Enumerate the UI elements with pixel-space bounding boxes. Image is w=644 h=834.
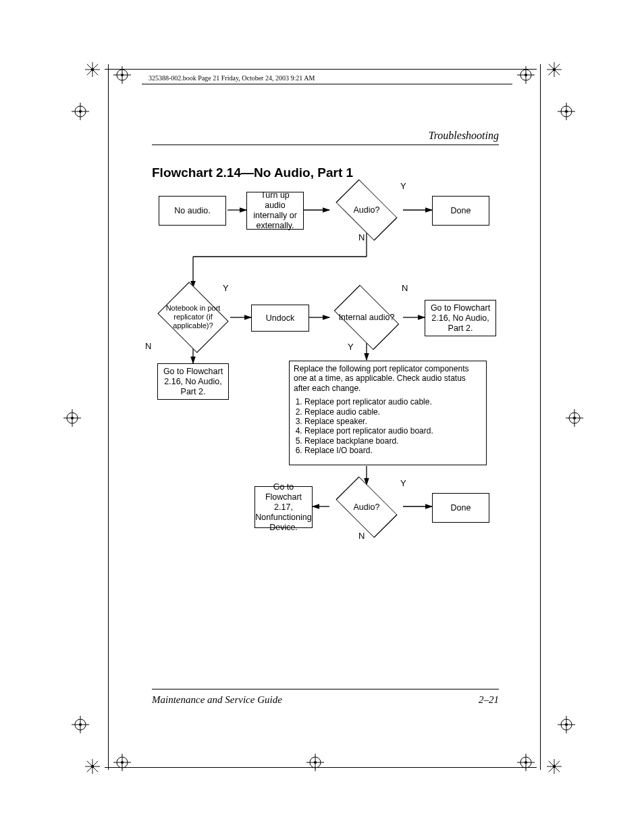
reg-target-icon [113, 66, 131, 84]
node-goto-216-right: Go to Flowchart 2.16, No Audio, Part 2. [425, 300, 496, 336]
reg-target-icon [72, 103, 89, 120]
reg-target-icon [517, 66, 535, 84]
reg-target-icon [113, 754, 131, 771]
reg-mark-icon [547, 62, 562, 77]
reg-mark-icon [85, 62, 100, 77]
edge-label-n: N [145, 341, 151, 351]
node-done-2: Done [432, 493, 489, 523]
edge-label-y: Y [223, 283, 229, 293]
edge-label-n: N [358, 531, 365, 541]
replace-step: Replace backplane board. [304, 436, 482, 446]
replace-intro-text: Replace the following port replicator co… [294, 364, 482, 393]
reg-mark-icon [547, 759, 562, 774]
svg-point-8 [121, 74, 124, 76]
decision-audio-1: Audio? [329, 188, 404, 232]
flowchart: No audio. Turn up audio internally or ex… [152, 182, 500, 547]
svg-point-50 [121, 761, 124, 764]
replace-step: Replace I/O board. [304, 446, 482, 455]
reg-target-icon [306, 754, 324, 771]
decision-audio-2-label: Audio? [329, 502, 404, 513]
svg-point-21 [79, 110, 82, 113]
divider [152, 145, 499, 145]
reg-mark-icon [85, 759, 100, 774]
reg-target-icon [517, 754, 535, 771]
replace-step: Replace speaker. [304, 417, 482, 426]
replace-step: Replace port replicator audio board. [304, 426, 482, 436]
node-no-audio: No audio. [159, 196, 226, 226]
reg-target-icon [558, 716, 575, 733]
decision-internal-audio-label: Internal audio? [329, 313, 404, 323]
decision-port-replicator: Notebook in port replicator (if applicab… [156, 288, 230, 347]
page: 325388-002.book Page 21 Friday, October … [0, 0, 644, 834]
edge-label-n: N [358, 232, 365, 242]
svg-point-33 [573, 417, 576, 419]
svg-point-54 [314, 761, 317, 764]
svg-point-41 [565, 723, 568, 726]
edge-label-y: Y [400, 181, 406, 191]
reg-target-icon [558, 103, 575, 120]
divider [142, 84, 512, 84]
node-done-1: Done [432, 196, 489, 226]
divider [152, 689, 499, 689]
edge-label-y: Y [348, 342, 354, 352]
flowchart-title: Flowchart 2.14—No Audio, Part 1 [152, 165, 353, 180]
decision-internal-audio: Internal audio? [329, 292, 404, 343]
node-goto-216-left: Go to Flowchart 2.16, No Audio, Part 2. [157, 363, 229, 400]
replace-step: Replace port replicator audio cable. [304, 397, 482, 407]
node-undock: Undock [251, 305, 309, 332]
footer-book-title: Maintenance and Service Guide [152, 694, 282, 706]
svg-point-12 [525, 74, 527, 76]
node-replace-components: Replace the following port replicator co… [289, 361, 487, 465]
svg-point-37 [79, 723, 82, 726]
reg-target-icon [72, 716, 89, 733]
svg-point-29 [71, 417, 74, 419]
reg-target-icon [63, 409, 81, 427]
edge-label-n: N [402, 283, 408, 293]
svg-point-25 [565, 110, 568, 113]
replace-step: Replace audio cable. [304, 407, 482, 417]
node-turn-up-audio: Turn up audio internally or externally. [246, 192, 304, 230]
chapter-title: Troubleshooting [429, 130, 499, 142]
footer-page-number: 2–21 [479, 694, 499, 706]
svg-point-58 [525, 761, 527, 764]
print-metadata: 325388-002.book Page 21 Friday, October … [149, 74, 315, 82]
node-goto-217: Go to Flowchart 2.17, Nonfunctioning Dev… [254, 486, 313, 528]
decision-port-replicator-label: Notebook in port replicator (if applicab… [156, 304, 230, 331]
decision-audio-2: Audio? [329, 485, 404, 529]
edge-label-y: Y [400, 478, 406, 488]
decision-audio-1-label: Audio? [329, 205, 404, 215]
reg-target-icon [566, 409, 583, 427]
